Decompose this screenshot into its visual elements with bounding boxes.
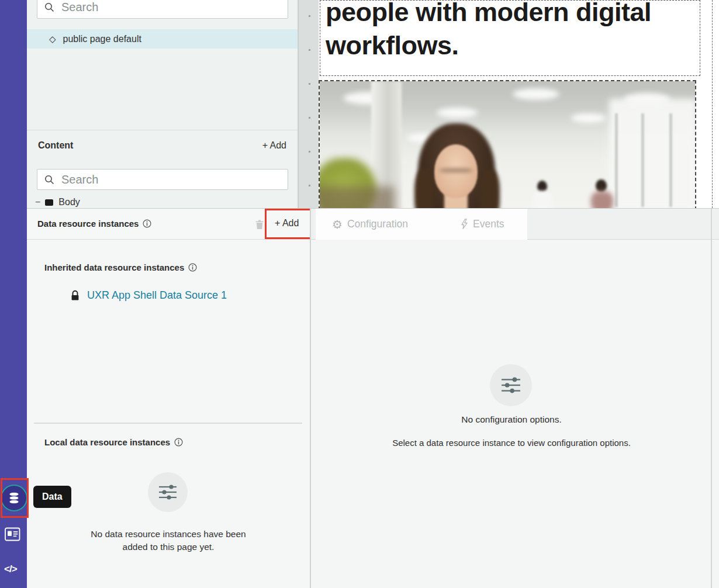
canvas-image-block[interactable] bbox=[319, 80, 696, 208]
tree-item-label: Body bbox=[58, 197, 79, 207]
inherited-section-title-row: Inherited data resource instances bbox=[44, 262, 197, 272]
sliders-icon bbox=[158, 484, 177, 500]
page-item-label: public page default bbox=[63, 34, 141, 44]
pages-search-input[interactable] bbox=[61, 1, 281, 14]
database-icon bbox=[8, 491, 20, 505]
canvas-gutter bbox=[298, 0, 319, 208]
config-empty-subtitle: Select a data resource instance to view … bbox=[311, 438, 712, 448]
search-icon bbox=[44, 175, 54, 185]
fields-tool-button[interactable] bbox=[5, 527, 20, 541]
data-panel-title-row: Data resource instances bbox=[37, 219, 151, 229]
local-section-title-row: Local data resource instances bbox=[44, 437, 183, 447]
inherited-data-source-row[interactable]: UXR App Shell Data Source 1 bbox=[70, 289, 227, 302]
canvas-text-block[interactable]: people with modern digital workflows. bbox=[320, 0, 700, 76]
info-icon[interactable] bbox=[188, 263, 197, 272]
info-icon[interactable] bbox=[143, 219, 151, 228]
inherited-section-title: Inherited data resource instances bbox=[44, 262, 184, 272]
content-title: Content bbox=[38, 140, 73, 151]
collapse-icon[interactable]: − bbox=[35, 197, 40, 207]
data-panel-header: Data resource instances + Add bbox=[27, 209, 310, 240]
config-tabstrip: ⚙ Configuration Events bbox=[311, 209, 719, 240]
app-window: people with modern digital workflows. bbox=[0, 0, 719, 588]
id-card-icon bbox=[5, 527, 20, 541]
lightning-icon bbox=[461, 219, 468, 230]
config-empty-title: No configuration options. bbox=[311, 414, 712, 425]
configuration-panel: ⚙ Configuration Events No bbox=[310, 208, 719, 588]
canvas-heading: people with modern digital workflows. bbox=[326, 0, 651, 62]
tab-events[interactable]: Events bbox=[461, 209, 504, 240]
office-photo bbox=[320, 81, 695, 208]
data-tooltip-label: Data bbox=[42, 492, 63, 502]
canvas-dashed-edge bbox=[309, 15, 310, 208]
pages-search[interactable] bbox=[37, 0, 288, 19]
code-tool-button[interactable]: </> bbox=[4, 563, 24, 576]
content-section-header: Content + Add bbox=[27, 140, 298, 155]
empty-state-badge bbox=[490, 364, 532, 406]
local-empty-message: No data resource instances have been add… bbox=[27, 528, 310, 554]
local-section-title: Local data resource instances bbox=[44, 437, 170, 447]
tree-item-body[interactable]: − Body bbox=[35, 197, 80, 207]
info-icon[interactable] bbox=[174, 438, 183, 447]
pages-content-panel: ◇ public page default Content + Add − Bo… bbox=[27, 0, 298, 208]
panel-divider bbox=[34, 423, 302, 424]
data-panel-title: Data resource instances bbox=[37, 219, 139, 229]
search-icon bbox=[44, 2, 54, 12]
data-add-button[interactable]: + Add bbox=[275, 218, 299, 229]
empty-state-badge bbox=[148, 472, 188, 512]
content-search[interactable] bbox=[37, 169, 288, 190]
code-icon: </> bbox=[4, 563, 17, 575]
lock-icon bbox=[70, 290, 80, 301]
canvas-section-border bbox=[712, 0, 713, 208]
data-resource-panel: Data resource instances + Add Inherited … bbox=[27, 208, 310, 588]
body-node-icon bbox=[45, 199, 53, 206]
page-diamond-icon: ◇ bbox=[49, 34, 56, 44]
content-add-button[interactable]: + Add bbox=[262, 140, 286, 151]
panel-right-border bbox=[711, 209, 712, 588]
tab-configuration-label: Configuration bbox=[347, 218, 408, 230]
tab-zone: ⚙ Configuration Events bbox=[316, 209, 527, 240]
panel-divider bbox=[27, 130, 298, 130]
page-list-item-selected[interactable]: ◇ public page default bbox=[27, 29, 298, 49]
heading-line2: workflows. bbox=[326, 30, 459, 60]
empty-line2: added to this page yet. bbox=[123, 542, 215, 552]
canvas-preview: people with modern digital workflows. bbox=[319, 0, 719, 208]
tool-sidebar: </> bbox=[0, 0, 27, 588]
content-search-input[interactable] bbox=[61, 173, 281, 186]
tab-configuration[interactable]: ⚙ Configuration bbox=[332, 209, 408, 240]
heading-line1: people with modern digital bbox=[326, 0, 651, 27]
delete-icon[interactable] bbox=[255, 219, 264, 230]
sliders-icon bbox=[501, 376, 521, 394]
gear-icon: ⚙ bbox=[332, 219, 343, 230]
data-tool-button[interactable] bbox=[1, 485, 27, 511]
tab-events-label: Events bbox=[473, 218, 504, 230]
data-source-link[interactable]: UXR App Shell Data Source 1 bbox=[87, 289, 227, 302]
data-tooltip: Data bbox=[33, 486, 71, 508]
empty-line1: No data resource instances have been bbox=[91, 529, 246, 539]
